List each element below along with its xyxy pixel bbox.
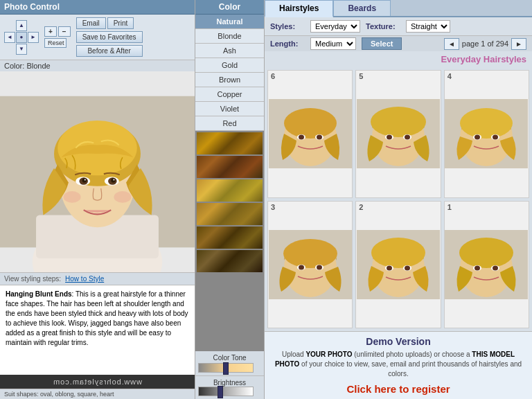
prev-page-btn[interactable]: ◄ [444, 38, 459, 50]
svg-point-43 [299, 265, 304, 269]
tabs-row: Hairstyles Beards [265, 0, 532, 17]
demo-section: Demo Version Upload YOUR PHOTO (unlimite… [265, 331, 532, 399]
style-item-6[interactable]: 6 [267, 70, 353, 198]
brand-watermark: www.bohrsyletam.com [0, 375, 195, 389]
style-number-4: 4 [447, 72, 452, 80]
svg-point-13 [85, 179, 86, 180]
description-text: : This is a great hairstyle for a thinne… [6, 290, 188, 346]
style-number-3: 3 [271, 203, 275, 211]
style-number-2: 2 [359, 203, 363, 211]
photo-area [0, 71, 195, 272]
how-to-style-btn[interactable]: How to Style [65, 275, 104, 283]
style-item-3[interactable]: 3 [267, 201, 353, 329]
tab-hairstyles[interactable]: Hairstyles [265, 0, 333, 17]
nav-up-btn[interactable]: ▲ [16, 20, 27, 31]
swatch-5[interactable] [197, 227, 263, 249]
svg-point-15 [64, 191, 81, 203]
styles-label: Styles: [270, 22, 305, 30]
svg-point-30 [405, 135, 410, 140]
brightness-section: Brightness [195, 375, 264, 399]
nav-arrows: ▲ ◄ ● ► ▼ [4, 20, 39, 55]
color-blonde-btn[interactable]: Blonde [195, 29, 264, 44]
page-section: ◄ page 1 of 294 ► [444, 38, 526, 50]
nav-down-btn[interactable]: ▼ [16, 44, 27, 55]
svg-point-29 [387, 135, 392, 140]
tone-label: Color Tone [198, 354, 261, 362]
tone-slider[interactable] [198, 363, 254, 373]
swatch-1[interactable] [197, 132, 263, 154]
zoom-row: + − [44, 26, 71, 37]
reset-btn[interactable]: Reset [44, 38, 66, 48]
suitability-row: Suit shapes: oval, oblong, square, heart [0, 389, 195, 399]
demo-text: Upload YOUR PHOTO (unlimited photo uploa… [273, 350, 524, 379]
color-gold-btn[interactable]: Gold [195, 58, 264, 73]
style-item-4[interactable]: 4 [444, 70, 529, 198]
style-photo-4 [445, 99, 528, 168]
texture-select[interactable]: Straight Wavy Curly [406, 20, 450, 33]
svg-point-26 [371, 107, 426, 137]
style-item-1[interactable]: 1 [444, 201, 529, 329]
svg-point-11 [82, 178, 87, 182]
right-panel: Hairstyles Beards Styles: Everyday Forma… [265, 0, 532, 399]
color-ash-btn[interactable]: Ash [195, 44, 264, 58]
svg-point-58 [493, 265, 498, 270]
color-red-btn[interactable]: Red [195, 116, 264, 131]
photo-control-header: Photo Control [0, 0, 195, 15]
color-copper-btn[interactable]: Copper [195, 87, 264, 102]
tone-slider-thumb[interactable] [223, 362, 229, 375]
photo-control-title: Photo Control [4, 2, 60, 12]
color-swatch-area [195, 131, 264, 351]
svg-point-12 [111, 178, 115, 182]
nav-left-btn[interactable]: ◄ [4, 32, 15, 43]
everyday-label: Everyday Hairstyles [265, 51, 532, 67]
style-photo-2 [357, 230, 440, 299]
brightness-slider[interactable] [198, 387, 254, 396]
svg-point-36 [475, 135, 480, 140]
tab-beards[interactable]: Beards [333, 0, 391, 16]
svg-point-44 [317, 265, 322, 269]
style-number-5: 5 [359, 72, 363, 80]
zoom-controls: + − Reset [44, 26, 71, 48]
color-tone-section: Color Tone [195, 351, 264, 375]
svg-point-40 [283, 239, 337, 268]
nav-center-btn[interactable]: ● [16, 32, 27, 43]
filter-row: Styles: Everyday Formal Casual Texture: … [265, 17, 532, 36]
swatch-6[interactable] [197, 250, 263, 272]
swatch-2[interactable] [197, 156, 263, 178]
print-btn[interactable]: Print [107, 17, 134, 29]
brightness-thumb[interactable] [218, 386, 223, 398]
register-btn[interactable]: Click here to register [346, 383, 450, 395]
length-select[interactable]: Medium Short Long [310, 37, 356, 50]
nav-right-btn[interactable]: ► [28, 32, 39, 43]
swatch-3[interactable] [197, 179, 263, 202]
zoom-out-btn[interactable]: − [58, 26, 71, 37]
color-label: Color: Blonde [0, 60, 195, 71]
color-violet-btn[interactable]: Violet [195, 102, 264, 116]
svg-point-22 [299, 135, 304, 140]
model-photo [0, 71, 195, 272]
svg-point-23 [317, 135, 322, 140]
style-photo-5 [357, 99, 440, 168]
save-favorites-btn[interactable]: Save to Favorites [76, 31, 143, 43]
style-number-6: 6 [271, 72, 275, 80]
svg-point-57 [475, 265, 480, 270]
before-after-btn[interactable]: Before & After [76, 45, 143, 57]
email-btn[interactable]: Email [76, 17, 106, 29]
style-number-1: 1 [447, 203, 452, 211]
styles-select[interactable]: Everyday Formal Casual [310, 20, 360, 33]
style-item-2[interactable]: 2 [355, 201, 441, 329]
description-title: Hanging Blunt Ends [6, 290, 72, 298]
svg-point-51 [405, 265, 410, 270]
middle-panel: Color Natural Blonde Ash Gold Brown Copp… [195, 0, 265, 399]
color-brown-btn[interactable]: Brown [195, 73, 264, 87]
style-grid: 6 5 [265, 67, 532, 331]
select-btn[interactable]: Select [362, 37, 402, 50]
swatch-4[interactable] [197, 203, 263, 225]
style-item-5[interactable]: 5 [355, 70, 441, 198]
color-panel-header: Color [195, 0, 264, 15]
photo-control-toolbar: ▲ ◄ ● ► ▼ + − Reset Email [0, 15, 195, 60]
color-natural-btn[interactable]: Natural [195, 15, 264, 29]
svg-point-47 [371, 238, 425, 268]
zoom-in-btn[interactable]: + [44, 26, 57, 37]
next-page-btn[interactable]: ► [511, 38, 526, 50]
